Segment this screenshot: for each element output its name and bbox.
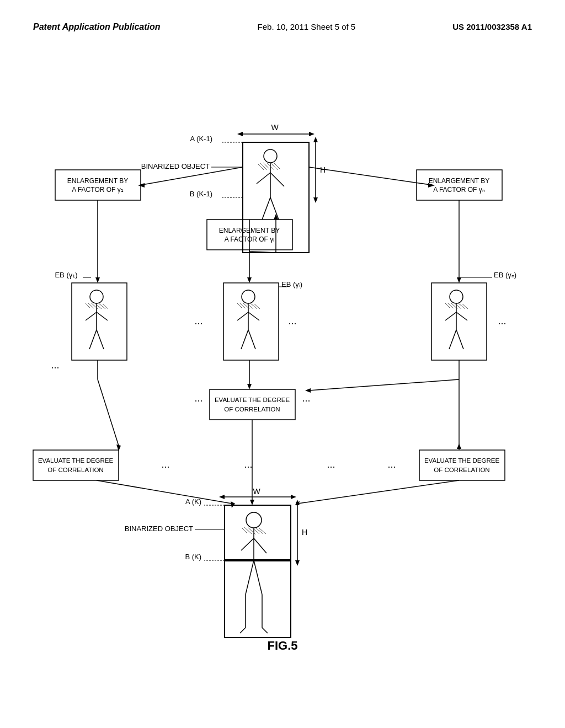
dots-row1: ... [161,459,169,470]
svg-line-113 [241,538,254,550]
svg-line-13 [270,173,284,186]
svg-line-75 [456,330,463,349]
svg-line-118 [252,527,259,534]
svg-marker-5 [313,137,318,142]
svg-marker-98 [250,500,254,505]
svg-point-51 [242,290,255,303]
binarized-object-top: BINARIZED OBJECT [141,162,210,170]
svg-marker-103 [219,495,225,499]
svg-line-85 [309,379,459,390]
svg-line-32 [97,312,108,320]
svg-marker-26 [95,277,100,283]
svg-line-33 [89,330,97,349]
svg-line-36 [88,303,94,308]
svg-line-114 [254,538,266,553]
svg-line-64 [309,167,430,185]
svg-marker-94 [457,443,461,449]
svg-line-73 [456,312,467,320]
enlargement-gamma1-line2: A FACTOR OF γ₁ [72,186,123,194]
svg-line-20 [270,163,278,170]
svg-line-74 [449,330,456,349]
svg-line-60 [247,303,253,309]
figure-5-svg: W H A (K-1) B (K-1) BINARIZED OBJECT [0,49,565,683]
enlargement-gamman-line2: A FACTOR OF γₙ [433,186,484,194]
svg-line-55 [241,330,248,349]
binarized-object-bottom: BINARIZED OBJECT [125,524,193,533]
svg-line-18 [263,163,270,170]
evaluate-center-line2: OF CORRELATION [224,406,280,413]
svg-line-39 [99,303,105,309]
svg-line-80 [459,303,465,309]
svg-marker-107 [295,560,300,566]
svg-marker-104 [291,495,296,499]
evaluate-right-line2: OF CORRELATION [434,467,489,473]
svg-rect-50 [223,283,279,360]
a-k-label: A (K) [185,497,201,506]
svg-line-54 [248,312,259,320]
svg-line-126 [240,628,246,633]
svg-line-16 [258,164,264,170]
svg-line-117 [248,527,255,534]
svg-rect-92 [419,450,505,480]
svg-line-62 [254,304,260,309]
svg-line-31 [86,312,97,320]
svg-rect-28 [72,283,127,360]
svg-line-127 [262,628,268,633]
svg-rect-87 [210,389,295,420]
svg-line-21 [274,163,280,169]
svg-line-79 [455,303,461,309]
eb-gamma1-label: EB (γ₁) [55,271,77,279]
eb-gammai-label: EB (γᵢ) [281,280,302,288]
svg-line-53 [237,312,248,320]
svg-marker-2 [237,132,243,136]
svg-line-40 [103,304,108,309]
dots-right-gammai: ... [288,315,296,326]
w-bottom-label: W [253,487,260,496]
svg-point-10 [264,149,277,163]
svg-line-12 [257,173,270,184]
publication-type: Patent Application Publication [33,22,161,32]
h-top-label: H [320,165,326,174]
page-header: Patent Application Publication Feb. 10, … [0,0,565,43]
svg-line-72 [445,312,456,320]
svg-line-61 [250,303,257,309]
svg-marker-48 [247,277,252,283]
svg-marker-67 [457,277,461,283]
svg-line-122 [246,560,254,595]
svg-marker-86 [305,388,311,393]
dots-row2: ... [244,459,252,470]
svg-line-34 [97,330,104,349]
svg-marker-6 [313,197,318,203]
dots-row3: ... [327,459,335,470]
svg-line-99 [298,480,459,504]
svg-line-116 [244,527,252,534]
evaluate-left-line1: EVALUATE THE DEGREE [38,457,113,464]
svg-line-115 [242,528,247,533]
svg-line-81 [462,304,468,309]
publication-date: Feb. 10, 2011 Sheet 5 of 5 [258,22,356,32]
enlargement-gamman-line1: ENLARGEMENT BY [429,177,489,185]
svg-line-120 [259,528,266,534]
svg-line-56 [248,330,255,349]
svg-marker-3 [309,132,315,136]
svg-line-123 [254,560,262,595]
svg-marker-83 [247,384,252,389]
dots-right-gamman: ... [498,315,506,326]
evaluate-right-line1: EVALUATE THE DEGREE [424,457,499,464]
dots-center-right-1: ... [302,393,310,404]
svg-point-111 [246,512,262,528]
svg-line-38 [95,303,102,309]
w-top-label: W [271,123,279,132]
svg-marker-24 [138,183,145,188]
diagram-container: W H A (K-1) B (K-1) BINARIZED OBJECT [0,49,565,683]
dots-center-left: ... [194,393,202,404]
b-k-label: B (K) [185,553,201,561]
svg-line-89 [98,379,119,446]
svg-rect-91 [33,450,119,480]
svg-line-58 [239,303,246,308]
svg-rect-69 [431,283,487,360]
svg-line-77 [447,303,454,308]
evaluate-left-line2: OF CORRELATION [47,467,103,473]
b-k1-label: B (K-1) [190,190,212,198]
eb-gamman-label: EB (γₙ) [494,271,516,279]
